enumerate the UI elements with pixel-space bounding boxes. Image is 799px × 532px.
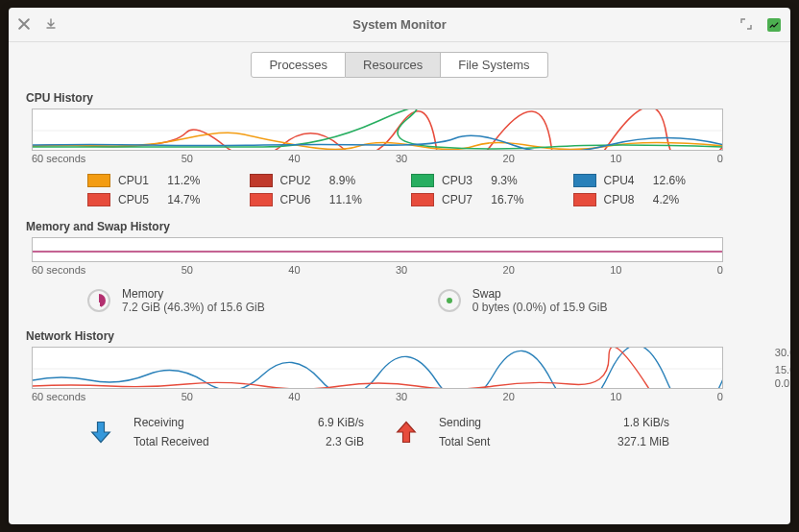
recv-total-label: Total Received <box>133 435 258 448</box>
net-xlabels: 60 seconds 50 40 30 20 10 0 <box>32 391 723 402</box>
cpu-pct: 11.2% <box>167 174 200 187</box>
cpu-pct: 9.3% <box>491 174 517 187</box>
close-icon[interactable] <box>18 18 32 32</box>
cpu-legend-item[interactable]: CPU1 11.2% <box>87 174 250 187</box>
xlabel: 60 seconds <box>32 153 85 164</box>
cpu-legend-item[interactable]: CPU4 12.6% <box>573 174 736 187</box>
swap-pie-icon <box>438 289 461 312</box>
cpu-name: CPU4 <box>604 174 635 187</box>
cpu-pct: 11.1% <box>329 193 362 206</box>
cpu-legend-item[interactable]: CPU3 9.3% <box>411 174 573 187</box>
cpu-name: CPU1 <box>118 174 149 187</box>
download-icon[interactable] <box>45 18 59 32</box>
cpu-chart <box>32 109 723 151</box>
send-total-label: Total Sent <box>439 435 564 448</box>
ylabel: 0.0 KiB/s <box>775 377 790 389</box>
tab-resources[interactable]: Resources <box>346 52 441 78</box>
tab-bar: Processes Resources File Systems <box>9 42 790 85</box>
xlabel: 40 <box>288 391 300 402</box>
cpu-name: CPU3 <box>442 174 472 187</box>
indicator-icon[interactable] <box>767 18 781 32</box>
memory-label: Memory <box>122 287 265 301</box>
swap-usage: Swap 0 bytes (0.0%) of 15.9 GiB <box>438 287 608 314</box>
xlabel: 30 <box>396 391 407 402</box>
cpu-legend-item[interactable]: CPU8 4.2% <box>573 193 736 206</box>
upload-arrow-icon <box>393 419 420 446</box>
color-swatch-icon <box>87 174 110 187</box>
cpu-legend-item[interactable]: CPU7 16.7% <box>411 193 573 206</box>
xlabel: 30 <box>396 264 407 276</box>
color-swatch-icon <box>573 193 596 206</box>
xlabel: 60 seconds <box>32 391 85 402</box>
xlabel: 30 <box>396 153 407 164</box>
memory-value: 7.2 GiB (46.3%) of 15.6 GiB <box>122 301 265 314</box>
cpu-name: CPU2 <box>280 174 311 187</box>
color-swatch-icon <box>87 193 110 206</box>
xlabel: 50 <box>182 264 193 276</box>
xlabel: 50 <box>182 153 193 164</box>
send-rate: 1.8 KiB/s <box>583 416 669 429</box>
net-ylabels: 30.0 KiB/s 15.0 KiB/s 0.0 KiB/s <box>775 347 790 389</box>
xlabel: 0 <box>717 153 723 164</box>
xlabel: 0 <box>717 391 723 402</box>
memory-usage: Memory 7.2 GiB (46.3%) of 15.6 GiB <box>87 287 265 314</box>
swap-label: Swap <box>472 287 608 301</box>
cpu-name: CPU6 <box>280 193 311 206</box>
xlabel: 20 <box>503 391 515 402</box>
network-title: Network History <box>26 329 773 343</box>
cpu-name: CPU5 <box>118 193 149 206</box>
cpu-name: CPU8 <box>604 193 635 206</box>
color-swatch-icon <box>573 174 596 187</box>
xlabel: 20 <box>503 153 515 164</box>
cpu-legend-item[interactable]: CPU5 14.7% <box>87 193 250 206</box>
color-swatch-icon <box>411 193 434 206</box>
xlabel: 10 <box>610 264 621 276</box>
window-title: System Monitor <box>352 17 447 32</box>
network-sending: Sending 1.8 KiB/s Total Sent 327.1 MiB <box>393 416 669 448</box>
swap-value: 0 bytes (0.0%) of 15.9 GiB <box>472 301 608 314</box>
xlabel: 40 <box>288 153 300 164</box>
mem-xlabels: 60 seconds 50 40 30 20 10 0 <box>32 264 723 276</box>
tab-filesystems[interactable]: File Systems <box>441 52 547 78</box>
recv-label: Receiving <box>133 416 258 429</box>
cpu-pct: 12.6% <box>653 174 686 187</box>
recv-total: 2.3 GiB <box>278 435 364 448</box>
tab-processes[interactable]: Processes <box>251 52 346 78</box>
memory-title: Memory and Swap History <box>26 220 773 233</box>
xlabel: 10 <box>610 153 621 164</box>
cpu-pct: 8.9% <box>329 174 355 187</box>
memory-pie-icon <box>87 289 110 312</box>
cpu-xlabels: 60 seconds 50 40 30 20 10 0 <box>32 153 723 164</box>
color-swatch-icon <box>250 174 273 187</box>
network-receiving: Receiving 6.9 KiB/s Total Received 2.3 G… <box>87 416 364 448</box>
xlabel: 60 seconds <box>32 264 85 276</box>
network-chart <box>32 347 723 389</box>
xlabel: 20 <box>503 264 515 276</box>
recv-rate: 6.9 KiB/s <box>278 416 364 429</box>
send-label: Sending <box>439 416 564 429</box>
cpu-legend-item[interactable]: CPU6 11.1% <box>250 193 412 206</box>
cpu-pct: 16.7% <box>491 193 523 206</box>
ylabel: 15.0 KiB/s <box>775 364 790 375</box>
xlabel: 50 <box>182 391 193 402</box>
send-total: 327.1 MiB <box>583 435 669 448</box>
system-monitor-window: System Monitor Processes Resources File … <box>9 8 790 524</box>
download-arrow-icon <box>87 419 114 446</box>
content-area: CPU History 100 % 50 % 0 % 60 seconds 50… <box>9 85 790 524</box>
maximize-icon[interactable] <box>740 18 754 32</box>
cpu-title: CPU History <box>26 91 773 105</box>
ylabel: 30.0 KiB/s <box>775 347 790 358</box>
cpu-legend: CPU1 11.2%CPU2 8.9%CPU3 9.3%CPU4 12.6%CP… <box>26 170 773 214</box>
titlebar: System Monitor <box>9 8 790 42</box>
cpu-pct: 4.2% <box>653 193 679 206</box>
xlabel: 0 <box>717 264 723 276</box>
memory-chart <box>32 237 723 262</box>
cpu-legend-item[interactable]: CPU2 8.9% <box>250 174 412 187</box>
color-swatch-icon <box>250 193 273 206</box>
cpu-name: CPU7 <box>442 193 472 206</box>
xlabel: 40 <box>288 264 300 276</box>
color-swatch-icon <box>411 174 434 187</box>
xlabel: 10 <box>610 391 621 402</box>
cpu-pct: 14.7% <box>167 193 200 206</box>
